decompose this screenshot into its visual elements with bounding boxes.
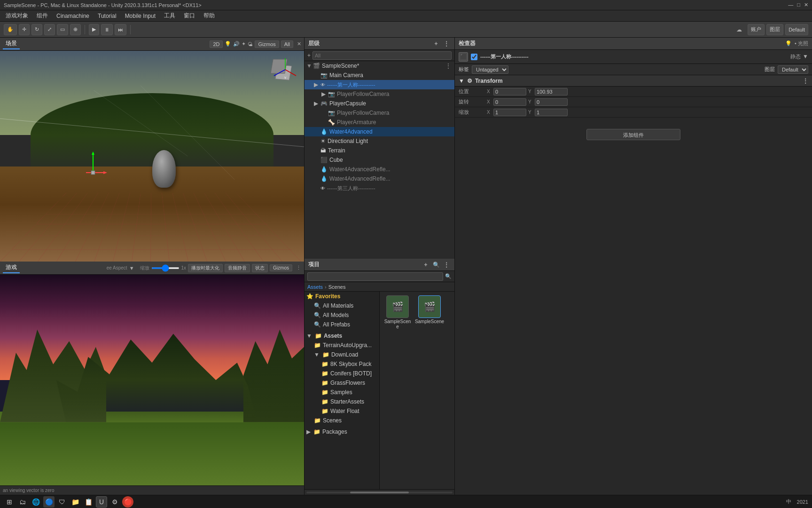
project-skybox[interactable]: 📁 8K Skybox Pack [304, 359, 379, 369]
view-gizmo[interactable]: Y [270, 55, 300, 85]
hier-item-player-capsule[interactable]: ▶ 🎮 PlayerCapsule [304, 99, 454, 108]
project-terrain-auto[interactable]: 📁 TerrainAutoUpgra... [304, 341, 379, 350]
breadcrumb-assets[interactable]: Assets [307, 284, 323, 290]
scene-sky-btn[interactable]: 🌤 [248, 41, 253, 47]
maximize-btn[interactable]: □ [797, 2, 800, 8]
maximize-btn[interactable]: 播放时最大化 [188, 264, 223, 272]
taskbar-folder[interactable]: 📁 [70, 496, 81, 508]
project-add-btn[interactable]: + [422, 261, 430, 269]
aspect-arrow[interactable]: ▼ [129, 265, 134, 271]
project-grassflowers[interactable]: 📁 GrassFlowers [304, 378, 379, 388]
inspector-light-label[interactable]: • 光照 [795, 40, 808, 47]
project-scenes[interactable]: 📁 Scenes [304, 416, 379, 425]
hier-item-water4refl[interactable]: 💧 Water4AdvancedRefle... [304, 165, 454, 174]
cloud-icon[interactable]: ☁ [736, 26, 742, 33]
hier-item-samplescene[interactable]: ▼ 🎬 SampleScene* ⋮ [304, 61, 454, 71]
project-starter-assets[interactable]: 📁 StarterAssets [304, 397, 379, 406]
project-packages[interactable]: ▶ 📁 Packages [304, 427, 379, 437]
game-menu-btn[interactable]: ⋮ [296, 265, 301, 271]
taskbar-unity[interactable]: U [96, 496, 107, 508]
hier-item-water4[interactable]: 💧 Water4Advanced [304, 127, 454, 136]
transform-component-header[interactable]: ▼ ⚙ Transform ⋮ [455, 75, 812, 87]
project-download[interactable]: ▼ 📁 DownLoad [304, 350, 379, 359]
hier-item-first-person[interactable]: ▶ 👁 ------第一人称---------- [304, 80, 454, 89]
menu-gameobject[interactable]: 游戏对象 [2, 11, 32, 21]
menu-tutorial[interactable]: Tutorial [94, 12, 120, 20]
layout-btn[interactable]: Default [785, 24, 808, 35]
tool-rotate[interactable]: ↻ [31, 24, 42, 35]
project-all-models[interactable]: 🔍 All Models [304, 310, 379, 320]
hier-item-dir-light[interactable]: ☀ Directional Light [304, 136, 454, 146]
menu-tools[interactable]: 工具 [160, 11, 179, 21]
project-water-float[interactable]: 📁 Water Float [304, 406, 379, 416]
hier-item-main-camera[interactable]: 📷 Main Camera [304, 71, 454, 80]
scene-file-1[interactable]: 🎬 SampleScene [383, 295, 412, 329]
menu-cinamachine[interactable]: Cinamachine [53, 12, 93, 20]
add-component-btn[interactable]: 添加组件 [586, 129, 680, 140]
pause-btn[interactable]: ⏸ [101, 24, 113, 35]
aspect-label[interactable]: ee Aspect [107, 265, 127, 270]
hier-item-follow-cam[interactable]: ▶ 📷 PlayerFollowCamera [304, 89, 454, 99]
scene-tab[interactable]: 场景 [3, 39, 20, 49]
layer-dropdown[interactable]: Default [778, 65, 808, 74]
tag-dropdown[interactable]: Untagged [472, 65, 508, 74]
transform-menu-btn[interactable]: ⋮ [803, 78, 808, 84]
project-conifers[interactable]: 📁 Conifers [BOTD] [304, 369, 379, 378]
taskbar-store[interactable]: 📋 [83, 496, 94, 508]
inspector-static-arrow[interactable]: ▼ [803, 53, 808, 60]
all-btn[interactable]: All [281, 40, 293, 48]
inspector-light-mode[interactable]: 💡 [785, 40, 792, 47]
tool-scale[interactable]: ⤢ [44, 24, 55, 35]
project-samples[interactable]: 📁 Samples [304, 388, 379, 397]
project-assets-root[interactable]: ▼ 📁 Assets [304, 331, 379, 341]
hierarchy-add-icon[interactable]: + [307, 52, 311, 59]
taskbar-windows[interactable]: ⊞ [4, 496, 15, 508]
play-btn[interactable]: ▶ [89, 24, 99, 35]
project-search-btn[interactable]: 🔍 [432, 261, 440, 269]
scale-x-input[interactable] [493, 109, 526, 116]
taskbar-app[interactable]: 🔴 [122, 496, 133, 508]
project-all-materials[interactable]: 🔍 All Materials [304, 301, 379, 310]
tool-rect[interactable]: ▭ [57, 24, 68, 35]
taskbar-chrome[interactable]: 🔵 [43, 496, 55, 508]
hier-item-cube[interactable]: ⬛ Cube [304, 155, 454, 165]
tool-multi[interactable]: ⊕ [70, 24, 81, 35]
hier-scene-menu[interactable]: ⋮ [444, 62, 453, 70]
menu-component[interactable]: 组件 [33, 11, 52, 21]
tool-move[interactable]: ✛ [19, 24, 30, 35]
menu-mobile-input[interactable]: Mobile Input [121, 12, 159, 20]
taskbar-explorer[interactable]: 🗂 [17, 496, 28, 508]
rotation-x-input[interactable] [493, 98, 526, 106]
scene-2d-btn[interactable]: 2D [210, 40, 223, 48]
scene-file-2[interactable]: 🎬 SampleScene [415, 295, 444, 329]
account-btn[interactable]: 账户 [748, 24, 765, 35]
game-viewport[interactable] [0, 275, 304, 485]
game-gizmos-btn[interactable]: Gizmos [270, 264, 292, 271]
close-btn[interactable]: ✕ [804, 2, 808, 8]
tool-hand[interactable]: ✋ [4, 24, 17, 35]
position-y-input[interactable] [535, 88, 568, 95]
scene-light-btn[interactable]: 💡 [225, 41, 231, 47]
scale-slider[interactable] [151, 267, 180, 269]
rotation-y-input[interactable] [535, 98, 568, 106]
hier-item-terrain[interactable]: 🏔 Terrain [304, 146, 454, 155]
taskbar-shield[interactable]: 🛡 [56, 496, 68, 508]
scene-close-btn[interactable]: ✕ [297, 41, 301, 47]
mute-btn[interactable]: 音频静音 [225, 264, 250, 272]
hierarchy-add-btn[interactable]: + [432, 40, 440, 48]
hier-item-follow-cam2[interactable]: 📷 PlayerFollowCamera [304, 108, 454, 118]
hierarchy-search-input[interactable] [312, 51, 452, 60]
project-menu-btn[interactable]: ⋮ [442, 261, 451, 269]
gizmos-btn[interactable]: Gizmos [255, 40, 279, 48]
layers-btn[interactable]: 图层 [766, 24, 783, 35]
menu-window[interactable]: 窗口 [180, 11, 199, 21]
taskbar-vscode[interactable]: ⚙ [109, 496, 120, 508]
menu-help[interactable]: 帮助 [200, 11, 219, 21]
project-scrollbar[interactable] [304, 489, 454, 495]
step-btn[interactable]: ⏭ [115, 24, 126, 35]
hier-item-armature[interactable]: 🦴 PlayerArmature [304, 118, 454, 127]
game-tab[interactable]: 游戏 [3, 262, 20, 273]
hierarchy-menu-btn[interactable]: ⋮ [442, 40, 451, 48]
minimize-btn[interactable]: — [788, 2, 793, 8]
project-all-prefabs[interactable]: 🔍 All Prefabs [304, 320, 379, 329]
